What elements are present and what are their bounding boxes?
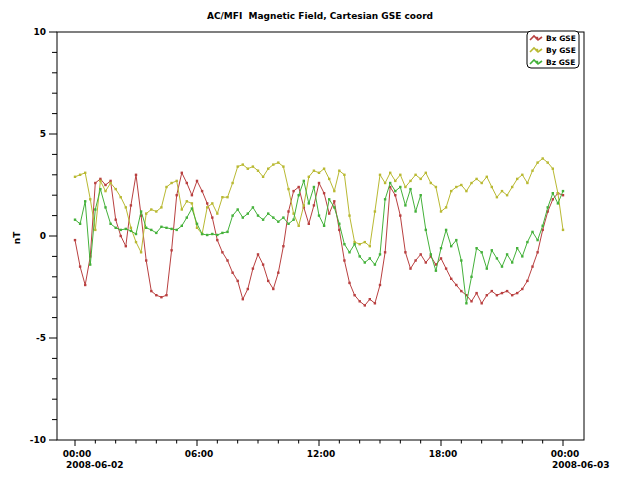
data-point-marker: [74, 219, 76, 221]
data-point-marker: [369, 298, 371, 300]
data-point-marker: [486, 267, 488, 269]
data-point-marker: [506, 290, 508, 292]
x-tick-label: 00:00: [551, 449, 580, 459]
data-point-marker: [552, 168, 554, 170]
data-point-marker: [348, 251, 350, 253]
data-point-marker: [176, 180, 178, 182]
data-point-marker: [465, 302, 467, 304]
data-point-marker: [465, 190, 467, 192]
data-point-marker: [323, 192, 325, 194]
data-point-marker: [328, 198, 330, 200]
data-point-marker: [491, 249, 493, 251]
data-point-marker: [267, 280, 269, 282]
legend-box: Bx GSEBy GSEBz GSE: [527, 31, 579, 68]
data-point-marker: [435, 186, 437, 188]
y-tick-label: 5: [40, 129, 46, 139]
data-point-marker: [181, 172, 183, 174]
data-point-marker: [491, 186, 493, 188]
data-point-marker: [333, 200, 335, 202]
data-point-marker: [435, 270, 437, 272]
x-tick-label: 00:00: [63, 449, 92, 459]
data-point-marker: [226, 231, 228, 233]
data-point-marker: [374, 302, 376, 304]
data-point-marker: [292, 219, 294, 221]
data-point-marker: [308, 176, 310, 178]
data-point-marker: [186, 216, 188, 218]
data-point-marker: [486, 294, 488, 296]
data-point-marker: [521, 174, 523, 176]
data-point-marker: [176, 194, 178, 196]
data-point-marker: [125, 206, 127, 208]
data-point-marker: [237, 165, 239, 167]
y-axis-title: nT: [12, 231, 22, 244]
data-point-marker: [481, 182, 483, 184]
data-point-marker: [186, 200, 188, 202]
data-point-marker: [272, 288, 274, 290]
data-point-marker: [445, 229, 447, 231]
data-point-marker: [394, 190, 396, 192]
data-point-marker: [155, 232, 157, 234]
data-point-marker: [160, 226, 162, 228]
data-point-marker: [277, 221, 279, 223]
data-point-marker: [516, 247, 518, 249]
data-point-marker: [511, 294, 513, 296]
data-point-marker: [481, 251, 483, 253]
data-point-marker: [389, 182, 391, 184]
data-point-marker: [353, 243, 355, 245]
data-point-marker: [216, 234, 218, 236]
series-bx-gse: [74, 172, 564, 307]
data-point-marker: [145, 227, 147, 229]
data-point-marker: [206, 202, 208, 204]
legend-marker-point: [536, 37, 538, 39]
data-point-marker: [557, 192, 559, 194]
data-point-marker: [343, 259, 345, 261]
data-point-marker: [89, 198, 91, 200]
data-point-marker: [475, 292, 477, 294]
data-point-marker: [267, 212, 269, 214]
data-point-marker: [206, 234, 208, 236]
data-point-marker: [486, 176, 488, 178]
data-point-marker: [399, 214, 401, 216]
data-point-marker: [130, 204, 132, 206]
data-point-marker: [414, 210, 416, 212]
data-point-marker: [262, 219, 264, 221]
legend-marker-point: [536, 61, 538, 63]
data-point-marker: [282, 216, 284, 218]
data-point-marker: [191, 207, 193, 209]
data-point-marker: [536, 239, 538, 241]
data-point-marker: [338, 223, 340, 225]
data-point-marker: [496, 196, 498, 198]
data-point-marker: [506, 194, 508, 196]
data-point-marker: [511, 261, 513, 263]
data-point-marker: [115, 188, 117, 190]
data-point-marker: [160, 206, 162, 208]
data-point-marker: [531, 170, 533, 172]
data-point-marker: [414, 259, 416, 261]
data-point-marker: [379, 284, 381, 286]
data-point-marker: [364, 261, 366, 263]
data-point-marker: [272, 216, 274, 218]
data-point-marker: [201, 190, 203, 192]
data-point-marker: [526, 182, 528, 184]
x-start-date-label: 2008-06-02: [66, 460, 124, 470]
data-point-marker: [287, 210, 289, 212]
data-point-marker: [348, 282, 350, 284]
data-point-marker: [140, 210, 142, 212]
data-point-marker: [333, 190, 335, 192]
data-point-marker: [145, 259, 147, 261]
data-point-marker: [526, 241, 528, 243]
data-point-marker: [247, 212, 249, 214]
data-point-marker: [303, 180, 305, 182]
data-point-marker: [170, 228, 172, 230]
data-point-marker: [496, 294, 498, 296]
series-by-gse: [74, 157, 564, 253]
data-point-marker: [369, 257, 371, 259]
data-point-marker: [272, 163, 274, 165]
data-point-marker: [165, 294, 167, 296]
data-point-marker: [521, 255, 523, 257]
data-point-marker: [359, 243, 361, 245]
data-point-marker: [99, 180, 101, 182]
x-axis: 00:0006:0012:0018:0000:002008-06-022008-…: [63, 440, 610, 470]
data-point-marker: [74, 176, 76, 178]
data-point-marker: [221, 232, 223, 234]
